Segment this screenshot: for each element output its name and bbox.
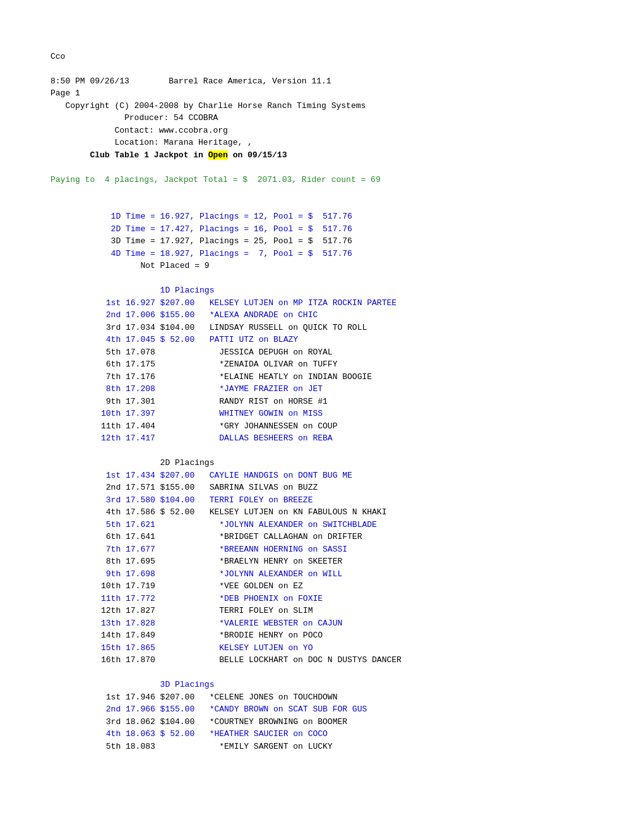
header-line1: 8:50 PM 09/26/13 Barrel Race America, Ve… — [51, 76, 331, 86]
divisions-block: 1D Time = 16.927, Placings = 12, Pool = … — [51, 198, 593, 272]
header-open-highlight: Open — [208, 150, 228, 160]
cco-label: Cco — [51, 52, 65, 61]
header-line5: Contact: www.ccobra.org — [51, 126, 228, 135]
header-line3: Copyright (C) 2004-2008 by Charlie Horse… — [51, 101, 366, 111]
header-line2: Page 1 — [51, 88, 80, 98]
page-content: Cco 8:50 PM 09/26/13 Barrel Race America… — [51, 38, 593, 198]
paying-line: Paying to 4 placings, Jackpot Total = $ … — [51, 175, 381, 184]
placings-block: 1D Placings 1st 16.927 $207.00 KELSEY LU… — [51, 272, 593, 753]
header-line4: Producer: 54 CCOBRA — [51, 113, 218, 123]
header-line7-post: on 09/15/13 — [228, 150, 287, 160]
header-line6: Location: Marana Heritage, , — [51, 138, 253, 147]
header-line7-pre: Club Table 1 Jackpot in — [51, 150, 208, 160]
